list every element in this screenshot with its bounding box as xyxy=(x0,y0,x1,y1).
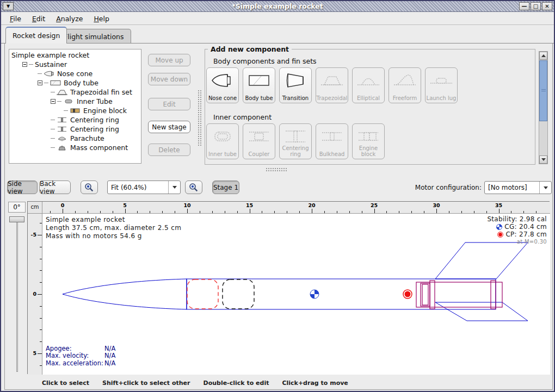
rocket-drawing-area[interactable]: Simple example rocket Length 37.5 cm, ma… xyxy=(42,214,550,375)
tree-item-centering-ring-2[interactable]: Centering ring xyxy=(9,125,141,134)
add-launch-lug-button[interactable]: Launch lug xyxy=(425,67,458,103)
menubar: File Edit Analyze Help xyxy=(1,13,554,25)
fin-top[interactable] xyxy=(435,242,528,279)
ruler-unit: cm xyxy=(28,202,42,214)
add-inner-tube-button[interactable]: Inner tube xyxy=(206,123,239,159)
parachute-outline[interactable] xyxy=(187,279,218,309)
menu-edit[interactable]: Edit xyxy=(28,14,50,24)
ruler-top: 05101520253035 xyxy=(42,202,550,214)
move-down-button[interactable]: Move down xyxy=(148,73,190,85)
cg-value: CG: 20.4 cm xyxy=(504,223,547,231)
add-elliptical-fin-button[interactable]: Elliptical xyxy=(352,67,385,103)
cp-marker xyxy=(403,290,412,298)
zoom-out-icon xyxy=(84,183,94,192)
engine-block-icon xyxy=(356,128,380,145)
collapse-icon[interactable] xyxy=(51,99,55,104)
stability-value: Stability: 2.98 cal xyxy=(487,215,547,223)
minimize-button[interactable]: — xyxy=(519,2,529,10)
tree-item-mass-component[interactable]: Mass component xyxy=(9,143,141,152)
component-tree[interactable]: Simple example rocket Sustainer Nose con… xyxy=(9,49,141,164)
rocket-canvas[interactable]: cm 05101520253035 -505 xyxy=(27,201,550,374)
scroll-up-button[interactable] xyxy=(539,52,547,60)
stage-1-button[interactable]: Stage 1 xyxy=(212,181,239,194)
tree-item-rocket[interactable]: Simple example rocket xyxy=(9,51,141,60)
add-body-tube-button[interactable]: Body tube xyxy=(243,67,275,103)
nose-cone-icon xyxy=(44,70,54,77)
fin-icon xyxy=(57,89,67,96)
tree-item-trapezoidal-fin-set[interactable]: Trapezoidal fin set xyxy=(9,88,141,97)
body-tube-outline[interactable] xyxy=(187,279,496,309)
scrollbar-thumb[interactable] xyxy=(539,60,547,121)
vertical-splitter[interactable] xyxy=(198,90,201,147)
tree-item-engine-block[interactable]: Engine block xyxy=(9,106,141,115)
centering-ring-rear[interactable] xyxy=(491,281,496,309)
stability-info: Stability: 2.98 cal CG: 20.4 cm CP: 27.8… xyxy=(487,215,547,246)
collapse-icon[interactable] xyxy=(38,80,42,85)
motor-configuration-label: Motor configuration: xyxy=(406,184,482,191)
zoom-level-value: Fit (60.4%) xyxy=(108,184,168,191)
inner-tube-outline[interactable] xyxy=(416,282,502,307)
add-freeform-fin-button[interactable]: Freeform xyxy=(388,67,421,103)
tab-rocket-design[interactable]: Rocket design xyxy=(5,27,67,43)
add-bulkhead-button[interactable]: Bulkhead xyxy=(316,123,348,159)
scroll-down-button[interactable] xyxy=(539,155,547,164)
menu-help[interactable]: Help xyxy=(89,14,114,24)
close-button[interactable]: ✕ xyxy=(542,2,552,10)
zoom-in-button[interactable] xyxy=(185,181,202,194)
add-nose-cone-button[interactable]: Nose cone xyxy=(206,67,239,103)
tree-item-nose-cone[interactable]: Nose cone xyxy=(9,69,141,78)
inner-tube-icon xyxy=(63,98,74,105)
tree-item-inner-tube[interactable]: Inner Tube xyxy=(9,97,141,106)
inner-tube-icon xyxy=(211,128,235,145)
back-view-button[interactable]: Back view xyxy=(39,181,71,194)
add-coupler-button[interactable]: Coupler xyxy=(243,123,275,159)
add-trapezoidal-fin-button[interactable]: Trapezoidal xyxy=(316,67,348,103)
maximize-button[interactable]: □ xyxy=(531,2,541,10)
parachute-icon xyxy=(57,135,67,142)
fin-bottom[interactable] xyxy=(435,302,528,321)
motor-configuration-value: [No motors] xyxy=(485,184,539,191)
tree-item-parachute[interactable]: Parachute xyxy=(9,134,141,143)
nose-cone-outline[interactable] xyxy=(63,279,187,309)
add-engine-block-button[interactable]: Engine block xyxy=(352,123,385,159)
titlebar[interactable]: ▼ *Simple example rocket — □ ✕ xyxy=(1,1,554,12)
collapse-icon[interactable] xyxy=(22,62,27,67)
centering-ring-icon xyxy=(57,126,67,133)
motor-configuration-combo[interactable]: [No motors] xyxy=(484,181,552,194)
rotation-slider-track[interactable] xyxy=(16,219,18,372)
add-transition-button[interactable]: Transition xyxy=(279,67,312,103)
menu-analyze[interactable]: Analyze xyxy=(52,14,87,24)
rotation-angle-value: 0° xyxy=(8,202,26,213)
add-centering-ring-button[interactable]: Centering ring xyxy=(279,123,312,159)
zoom-level-combo[interactable]: Fit (60.4%) xyxy=(107,181,181,194)
move-up-button[interactable]: Move up xyxy=(148,54,190,66)
horizontal-splitter[interactable] xyxy=(266,167,287,171)
tree-item-sustainer[interactable]: Sustainer xyxy=(9,60,141,69)
cg-marker xyxy=(310,290,319,298)
zoom-in-icon xyxy=(189,183,199,192)
launch-lug-icon xyxy=(429,72,453,89)
tree-item-body-tube[interactable]: Body tube xyxy=(9,78,141,88)
transition-icon xyxy=(283,72,307,89)
mass-component-outline[interactable] xyxy=(223,279,254,309)
menu-file[interactable]: File xyxy=(5,14,26,24)
body-components-label: Body components and fin sets xyxy=(213,57,317,65)
rotation-slider-thumb[interactable] xyxy=(9,216,24,222)
centering-ring-front[interactable] xyxy=(430,281,435,309)
window-title: *Simple example rocket xyxy=(1,2,554,10)
cp-icon xyxy=(497,232,503,238)
edit-button[interactable]: Edit xyxy=(148,98,190,110)
side-view-button[interactable]: Side view xyxy=(7,181,38,194)
coupler-icon xyxy=(247,128,271,145)
freeform-fin-icon xyxy=(393,72,417,89)
delete-button[interactable]: Delete xyxy=(148,144,190,156)
mass-icon xyxy=(57,144,67,151)
add-component-title: Add new component xyxy=(208,45,292,53)
arrow-up-icon xyxy=(541,54,546,57)
tree-item-centering-ring-1[interactable]: Centering ring xyxy=(9,115,141,125)
tab-flight-simulations[interactable]: Flight simulations xyxy=(57,29,131,43)
component-panel-scrollbar[interactable] xyxy=(539,51,548,164)
new-stage-button[interactable]: New stage xyxy=(148,121,190,133)
status-hints: Click to select Shift+click to select ot… xyxy=(4,377,553,389)
zoom-out-button[interactable] xyxy=(81,181,98,194)
